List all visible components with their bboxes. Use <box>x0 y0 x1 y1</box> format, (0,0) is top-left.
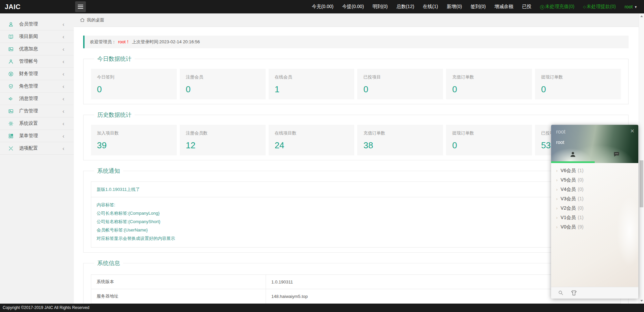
image-icon <box>8 46 14 52</box>
notice-item: 内容标签: 公司长名称标签:{CompanyLong} 公司短名称标签:{Com… <box>91 197 621 247</box>
chevron-left-icon: ‹ <box>62 146 64 151</box>
im-panel-body: ›V6会员(1) ›V5会员(0) ›V4会员(0) ›V3会员(1) ›V2会… <box>551 163 638 287</box>
im-panel-title: root <box>556 129 566 135</box>
table-row: 系统版本1.0.190311 <box>91 275 621 289</box>
close-icon[interactable]: × <box>630 126 634 136</box>
chevron-left-icon: ‹ <box>62 133 64 139</box>
notice-line[interactable]: 对应标签显示会替换成设置好的内容展示 <box>97 234 615 243</box>
sidebar-item-admin-accounts[interactable]: 管理帐号 ‹ <box>0 55 74 68</box>
diamond-icon: ◇ <box>583 5 586 9</box>
search-icon[interactable] <box>558 290 564 296</box>
sidebar-item-ads[interactable]: 广告管理 ‹ <box>0 105 74 117</box>
chevron-left-icon: ‹ <box>62 21 64 27</box>
pending-recharge-link[interactable]: ¥未处理充值(0) <box>540 4 574 10</box>
notice-item: 新版1.0.190311上线了 <box>91 182 621 197</box>
stat-today-withdraw[interactable]: 今提(0.00) <box>342 4 364 10</box>
home-icon <box>80 17 85 22</box>
sidebar-item-label: 角色管理 <box>19 83 38 89</box>
vip-group-v6[interactable]: ›V6会员(1) <box>551 166 638 175</box>
notice-link[interactable]: 新版1.0.190311上线了 <box>97 187 140 192</box>
sidebar-item-finance[interactable]: 财务管理 ‹ <box>0 68 74 80</box>
sidebar-item-label: 会员管理 <box>19 21 38 27</box>
chevron-left-icon: ‹ <box>62 46 64 52</box>
yen-circle-icon: ¥ <box>540 5 544 9</box>
stat-signin[interactable]: 签到(0) <box>471 4 486 10</box>
chevron-right-icon: › <box>556 215 557 220</box>
section-history-stats: 历史数据统计 加入项目数39 注册会员数12 在线项目数24 充值订单数38 提… <box>83 111 629 160</box>
section-system-info: 系统信息 系统版本1.0.190311 服务器地址148.haiwaiym5.t… <box>83 259 629 304</box>
welcome-username: root！ <box>118 39 130 44</box>
scrollbar-thumb[interactable] <box>640 160 643 207</box>
adjust-balance-link[interactable]: 增减余额 <box>494 4 513 10</box>
stat-card: 提现订单数0 <box>446 125 532 155</box>
tab-contacts[interactable] <box>551 151 595 159</box>
chevron-left-icon: ‹ <box>62 121 64 126</box>
caret-down-icon: ▼ <box>634 5 637 9</box>
vip-group-v3[interactable]: ›V3会员(1) <box>551 194 638 203</box>
top-header-bar: JAIC 今充(0.00) 今提(0.00) 明到(0) 总数(12) 在线(1… <box>0 0 644 13</box>
stat-card: 注册会员0 <box>180 69 266 99</box>
sidebar-item-members[interactable]: 会员管理 ‹ <box>0 18 74 31</box>
vip-group-v5[interactable]: ›V5会员(0) <box>551 175 638 185</box>
image-icon <box>8 108 14 114</box>
im-panel-header: root × root <box>551 125 638 163</box>
user-menu[interactable]: root▼ <box>625 4 637 9</box>
sidebar-item-options-config[interactable]: 选项配置 ‹ <box>0 142 74 155</box>
vip-group-v4[interactable]: ›V4会员(0) <box>551 185 638 194</box>
app-logo: JAIC <box>0 3 74 11</box>
stat-due-tomorrow[interactable]: 明到(0) <box>373 4 388 10</box>
tab-chats[interactable] <box>595 151 638 159</box>
welcome-prefix: 欢迎管理员： <box>90 39 116 44</box>
page-footer: Copyright ©2017-2019 JAIC All Rights Res… <box>0 304 644 312</box>
chat-bubble-icon <box>613 151 620 158</box>
scroll-up-arrow-icon[interactable] <box>640 15 643 17</box>
section-title: 今日数据统计 <box>94 55 135 63</box>
im-panel-footer <box>551 287 638 299</box>
invested-link[interactable]: 已投 <box>522 4 531 10</box>
chevron-left-icon: ‹ <box>62 84 64 89</box>
chevron-left-icon: ‹ <box>62 108 64 114</box>
vip-group-v1[interactable]: ›V1会员(1) <box>551 213 638 222</box>
chevron-right-icon: › <box>556 206 557 211</box>
page-scrollbar[interactable] <box>639 13 644 304</box>
sidebar-item-promotions[interactable]: 优惠加息 ‹ <box>0 43 74 55</box>
tshirt-skin-icon[interactable] <box>571 290 577 296</box>
sidebar-item-label: 项目新闻 <box>19 34 38 40</box>
stat-card: 在线会员1 <box>269 69 355 99</box>
sidebar-item-label: 菜单管理 <box>19 133 38 139</box>
notice-line[interactable]: 内容标签: <box>97 201 615 209</box>
stat-today-recharge[interactable]: 今充(0.00) <box>312 4 334 10</box>
sidebar-item-news[interactable]: 项目新闻 ‹ <box>0 31 74 43</box>
sidebar-item-roles[interactable]: 角色管理 ‹ <box>0 80 74 93</box>
vip-group-v2[interactable]: ›V2会员(0) <box>551 203 638 213</box>
section-title: 系统通知 <box>94 167 123 175</box>
stat-card: 已投项目0 <box>357 69 443 99</box>
breadcrumb-item-desktop[interactable]: 我的桌面 <box>87 17 104 23</box>
chevron-right-icon: › <box>556 177 557 183</box>
top-nav: 今充(0.00) 今提(0.00) 明到(0) 总数(12) 在线(1) 新增(… <box>312 4 644 10</box>
stat-online[interactable]: 在线(1) <box>423 4 438 10</box>
notice-line[interactable]: 公司短名称标签:{CompanyShort} <box>97 217 615 226</box>
stat-total-members[interactable]: 总数(12) <box>396 4 414 10</box>
sidebar-item-system-settings[interactable]: 系统设置 ‹ <box>0 117 74 130</box>
vip-group-v0[interactable]: ›V0会员(9) <box>551 222 638 231</box>
active-tab-underline <box>551 161 595 163</box>
sidebar-item-messages[interactable]: 消息管理 ‹ <box>0 93 74 105</box>
notice-line[interactable]: 会员帐号标签:{UserName} <box>97 226 615 234</box>
menu-toggle-button[interactable] <box>75 1 86 12</box>
book-icon <box>8 34 14 40</box>
sidebar-item-label: 管理帐号 <box>19 58 38 64</box>
chevron-right-icon: › <box>556 187 557 192</box>
breadcrumb: 我的桌面 <box>74 13 639 27</box>
sidebar: 会员管理 ‹ 项目新闻 ‹ 优惠加息 ‹ 管理帐号 ‹ 财务管理 ‹ 角色管理 … <box>0 13 74 304</box>
stat-card: 加入项目数39 <box>91 125 177 155</box>
sidebar-item-menu-management[interactable]: 菜单管理 ‹ <box>0 130 74 142</box>
table-row: 服务器地址148.haiwaiym5.top <box>91 289 621 304</box>
scroll-down-arrow-icon[interactable] <box>640 300 643 302</box>
stat-card: 今日签到0 <box>91 69 177 99</box>
shield-check-icon <box>8 84 14 89</box>
stat-new[interactable]: 新增(0) <box>447 4 462 10</box>
tools-icon <box>8 146 14 151</box>
notice-line[interactable]: 公司长名称标签:{CompanyLong} <box>97 209 615 217</box>
pending-withdraw-link[interactable]: ◇未处理提款(0) <box>583 4 616 10</box>
